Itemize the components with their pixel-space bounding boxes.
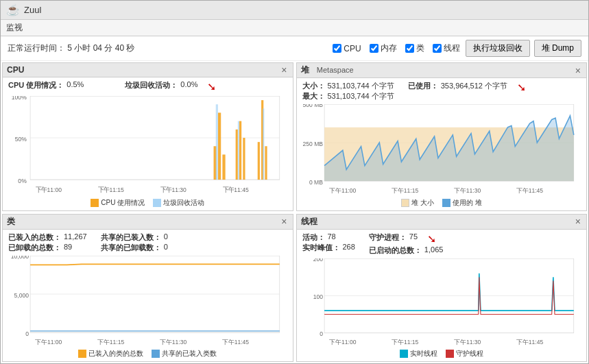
svg-text:下午11:00: 下午11:00 bbox=[36, 186, 62, 194]
live-threads-color bbox=[400, 350, 408, 358]
threads-arrow: ➘ bbox=[427, 232, 436, 245]
classes-legend: 已装入的类的总数 共享的已装入类数 bbox=[8, 349, 287, 359]
classes-chart-svg: 10,000 5,000 0 下午11:00 下午11:15 下午11:30 下… bbox=[8, 256, 287, 348]
svg-rect-9 bbox=[222, 154, 225, 180]
svg-rect-8 bbox=[218, 112, 221, 180]
svg-text:下午11:00: 下午11:00 bbox=[35, 338, 62, 345]
heap-used-stat: 已使用： 353,964,512 个字节 ➘ bbox=[408, 81, 526, 94]
gc-activity-stat: 垃圾回收活动： 0.0% ➘ bbox=[125, 80, 216, 93]
classes-legend-loaded: 已装入的类的总数 bbox=[78, 349, 143, 359]
active-threads-stat: 活动： 78 bbox=[302, 232, 355, 243]
svg-text:250 MB: 250 MB bbox=[302, 140, 323, 147]
heap-chart: 500 MB 250 MB 0 MB 下午11:00 下午11:15 下午11:… bbox=[302, 104, 581, 197]
heap-panel-close[interactable]: × bbox=[574, 65, 582, 76]
gc-button[interactable]: 执行垃圾回收 bbox=[466, 40, 530, 57]
heap-panel: 堆 Metaspace × 大小： 531,103,744 个字节 最大： 53… bbox=[296, 62, 588, 211]
svg-rect-12 bbox=[243, 138, 245, 180]
loaded-total-stat: 已装入的总数： 11,267 bbox=[8, 232, 87, 243]
svg-text:下午11:15: 下午11:15 bbox=[97, 338, 124, 345]
heap-arrow: ➘ bbox=[517, 81, 526, 94]
svg-rect-10 bbox=[236, 130, 238, 180]
svg-text:下午11:15: 下午11:15 bbox=[392, 187, 418, 194]
threads-panel-close[interactable]: × bbox=[574, 216, 582, 227]
cpu-chart-svg: 100% 50% 0% bbox=[8, 96, 287, 197]
heap-legend-used: 使用的 堆 bbox=[442, 198, 482, 208]
cpu-panel-close[interactable]: × bbox=[280, 64, 288, 75]
cpu-panel-content: CPU 使用情况： 0.5% 垃圾回收活动： 0.0% ➘ bbox=[3, 77, 293, 210]
heap-stats: 大小： 531,103,744 个字节 最大： 531,103,744 个字节 … bbox=[302, 81, 581, 101]
menu-monitor[interactable]: 监视 bbox=[6, 23, 23, 32]
svg-text:10,000: 10,000 bbox=[11, 256, 29, 260]
checkbox-group: CPU 内存 类 线程 bbox=[333, 43, 459, 54]
threads-panel-content: 活动： 78 实时峰值： 268 守护进程： 75 ➘ bbox=[297, 230, 587, 362]
svg-text:0 MB: 0 MB bbox=[309, 178, 322, 185]
daemon-threads-color bbox=[446, 350, 454, 358]
threads-panel: 线程 × 活动： 78 实时峰值： 268 bbox=[296, 214, 588, 363]
svg-text:下午11:00: 下午11:00 bbox=[329, 187, 356, 194]
heap-max-stat: 最大： 531,103,744 个字节 bbox=[302, 91, 394, 101]
cpu-legend-usage: CPU 使用情况 bbox=[91, 198, 145, 208]
cpu-legend-gc: 垃圾回收活动 bbox=[153, 198, 204, 208]
uptime-buttons: 执行垃圾回收 堆 Dump bbox=[466, 40, 581, 57]
classes-panel: 类 × 已装入的总数： 11,267 已卸载的总数： 89 bbox=[2, 214, 293, 363]
svg-text:下午11:30: 下午11:30 bbox=[160, 186, 187, 194]
svg-text:100%: 100% bbox=[12, 96, 27, 101]
threads-panel-header: 线程 × bbox=[297, 215, 587, 230]
cpu-panel-header: CPU × bbox=[3, 63, 293, 77]
svg-rect-17 bbox=[238, 121, 239, 180]
threads-legend-daemon: 守护线程 bbox=[446, 349, 483, 359]
classes-panel-header: 类 × bbox=[3, 215, 293, 230]
cpu-panel: CPU × CPU 使用情况： 0.5% 垃圾回收活动： 0.0% ➘ bbox=[2, 62, 293, 211]
svg-rect-11 bbox=[239, 121, 241, 180]
cpu-panel-title: CPU bbox=[7, 65, 24, 75]
app-title: Zuul bbox=[24, 5, 41, 15]
svg-text:下午11:30: 下午11:30 bbox=[454, 338, 481, 345]
gc-color bbox=[153, 199, 161, 207]
heap-panel-subtitle: Metaspace bbox=[317, 66, 354, 74]
svg-rect-15 bbox=[265, 146, 267, 180]
loaded-color bbox=[78, 350, 86, 358]
svg-rect-13 bbox=[258, 142, 260, 180]
threads-legend-live: 实时线程 bbox=[400, 349, 437, 359]
uptime-text: 正常运行时间： 5 小时 04 分 40 秒 bbox=[8, 43, 134, 54]
menu-bar: 监视 bbox=[1, 20, 588, 36]
svg-text:下午11:30: 下午11:30 bbox=[160, 338, 187, 345]
svg-text:下午11:30: 下午11:30 bbox=[454, 187, 481, 194]
toolbar-right: CPU 内存 类 线程 执行垃圾回收 堆 Dump bbox=[333, 40, 581, 57]
threads-chart-svg: 200 100 0 下午11:00 下午11:15 下午11:30 下午11:4… bbox=[302, 258, 581, 348]
cpu-usage-stat: CPU 使用情况： 0.5% bbox=[8, 80, 84, 93]
svg-text:0: 0 bbox=[320, 330, 323, 337]
classes-legend-shared: 共享的已装入类数 bbox=[152, 349, 217, 359]
checkbox-mem[interactable]: 内存 bbox=[370, 43, 397, 54]
panels-container: CPU × CPU 使用情况： 0.5% 垃圾回收活动： 0.0% ➘ bbox=[1, 61, 588, 363]
svg-text:下午11:15: 下午11:15 bbox=[98, 186, 124, 194]
svg-text:100: 100 bbox=[313, 293, 322, 300]
heap-used-color bbox=[442, 199, 450, 207]
svg-text:下午11:45: 下午11:45 bbox=[222, 338, 249, 345]
classes-chart: 10,000 5,000 0 下午11:00 下午11:15 下午11:30 下… bbox=[8, 256, 287, 348]
heap-legend-size: 堆 大小 bbox=[401, 198, 434, 208]
checkbox-class[interactable]: 类 bbox=[405, 43, 424, 54]
svg-text:下午11:45: 下午11:45 bbox=[223, 186, 249, 194]
cpu-arrow: ➘ bbox=[207, 80, 216, 93]
title-bar: ☕ Zuul bbox=[1, 1, 588, 20]
heap-size-color bbox=[401, 199, 409, 207]
shared-color bbox=[152, 350, 160, 358]
heap-panel-title: 堆 bbox=[301, 65, 309, 75]
classes-panel-content: 已装入的总数： 11,267 已卸载的总数： 89 共享的已装入数： 0 bbox=[3, 230, 293, 362]
classes-panel-close[interactable]: × bbox=[280, 216, 288, 227]
app-icon: ☕ bbox=[6, 3, 20, 16]
cpu-stats: CPU 使用情况： 0.5% 垃圾回收活动： 0.0% ➘ bbox=[8, 80, 287, 93]
heap-panel-header: 堆 Metaspace × bbox=[297, 63, 587, 78]
uptime-bar: 正常运行时间： 5 小时 04 分 40 秒 CPU 内存 类 线程 执行垃圾 bbox=[1, 36, 588, 61]
svg-rect-16 bbox=[216, 104, 218, 180]
checkbox-cpu[interactable]: CPU bbox=[333, 44, 361, 53]
classes-panel-title: 类 bbox=[7, 216, 15, 228]
svg-text:50%: 50% bbox=[15, 135, 27, 143]
peak-threads-stat: 实时峰值： 268 bbox=[302, 243, 355, 253]
threads-panel-title: 线程 bbox=[301, 216, 317, 228]
threads-chart: 200 100 0 下午11:00 下午11:15 下午11:30 下午11:4… bbox=[302, 258, 581, 348]
heap-dump-button[interactable]: 堆 Dump bbox=[534, 40, 581, 57]
checkbox-thread[interactable]: 线程 bbox=[433, 43, 460, 54]
svg-text:0: 0 bbox=[25, 330, 29, 337]
